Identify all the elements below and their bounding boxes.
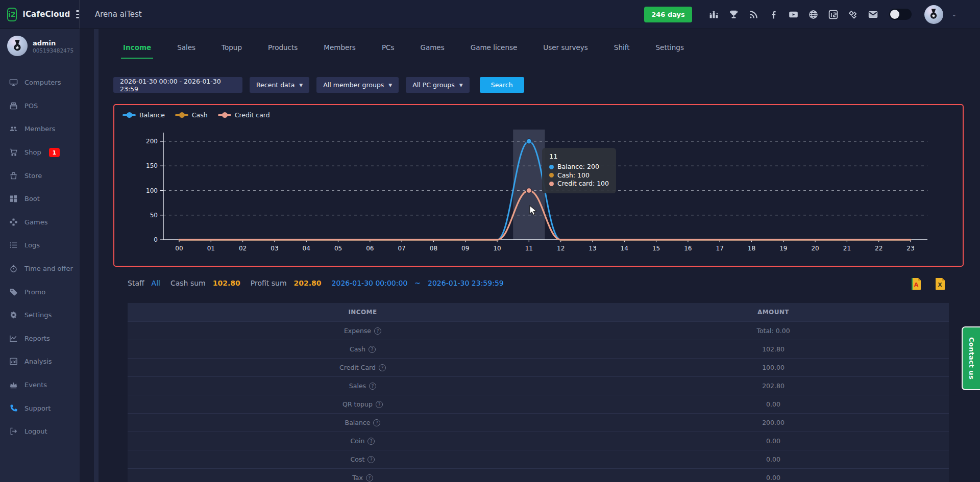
sidebar-user[interactable]: admin 005193482475	[0, 29, 80, 58]
sidebar-item[interactable]: Events	[0, 373, 80, 397]
layers-icon[interactable]	[847, 8, 860, 20]
icafecloud-icon[interactable]	[827, 8, 840, 20]
table-row[interactable]: QR topup ? 0.00	[128, 395, 949, 413]
staff-filter-link[interactable]: All	[152, 279, 160, 287]
sidebar-item-label: Shop	[24, 148, 41, 156]
help-icon[interactable]: ?	[379, 364, 386, 371]
user-avatar[interactable]	[924, 5, 943, 24]
export-pdf-icon[interactable]: A	[911, 277, 921, 292]
rss-icon[interactable]	[748, 8, 760, 20]
income-table: INCOME AMOUNT Expense ? Total: 0.00 Cash…	[128, 303, 949, 482]
row-amount: 0.00	[598, 450, 949, 468]
tab[interactable]: Game license	[469, 38, 520, 59]
pc-group-value: All PC groups	[412, 81, 455, 89]
scrollbar-track[interactable]	[94, 29, 99, 482]
tooltip-text: Credit card: 100	[557, 180, 609, 188]
search-button[interactable]: Search	[480, 77, 524, 93]
legend-item[interactable]: Balance	[122, 111, 165, 119]
sidebar-item[interactable]: Members	[0, 117, 80, 141]
legend-marker	[175, 113, 188, 117]
tab[interactable]: Settings	[654, 38, 686, 59]
income-line-chart[interactable]: 0501001502000001020304050607080910111213…	[114, 105, 963, 266]
sidebar-item-label: Members	[24, 125, 55, 133]
help-icon[interactable]: ?	[374, 327, 381, 335]
facebook-icon[interactable]	[768, 8, 780, 20]
svg-text:50: 50	[150, 212, 158, 219]
table-row[interactable]: Expense ? Total: 0.00	[128, 321, 949, 340]
tab[interactable]: User surveys	[541, 38, 590, 59]
tooltip-title: 11	[549, 153, 609, 160]
table-row[interactable]: Tax ? 0.00	[128, 468, 949, 482]
help-icon[interactable]: ?	[366, 474, 373, 481]
sidebar-item[interactable]: Logout	[0, 420, 80, 443]
table-row[interactable]: Coin ? 0.00	[128, 432, 949, 450]
tab[interactable]: Topup	[219, 38, 244, 59]
legend-label: Credit card	[235, 111, 270, 119]
hamburger-menu-icon[interactable]	[76, 10, 79, 18]
sidebar-item[interactable]: Support	[0, 396, 80, 420]
help-icon[interactable]: ?	[368, 456, 375, 463]
sidebar-item[interactable]: Boot	[0, 187, 80, 211]
tab[interactable]: PCs	[380, 38, 397, 59]
ranking-icon[interactable]	[708, 8, 720, 20]
tab[interactable]: Games	[418, 38, 446, 59]
contact-us-button[interactable]: Contact us	[962, 326, 980, 390]
help-icon[interactable]: ?	[369, 346, 376, 353]
youtube-icon[interactable]	[788, 8, 800, 20]
income-chart-panel: Balance Cash Credit card	[113, 104, 964, 267]
sidebar-item-label: Time and offer	[24, 265, 73, 272]
tab[interactable]: Shift	[612, 38, 632, 59]
table-row[interactable]: Cost ? 0.00	[128, 450, 949, 468]
sidebar-item[interactable]: Store	[0, 164, 80, 187]
period-separator: ~	[414, 279, 421, 287]
export-excel-icon[interactable]: X	[935, 277, 945, 292]
legend-item[interactable]: Cash	[175, 111, 208, 119]
sidebar-item[interactable]: Computers	[0, 71, 80, 94]
sidebar-item[interactable]: Shop 1	[0, 141, 80, 164]
sidebar-menu: Computers POS Members Shop 1	[0, 71, 80, 443]
tab[interactable]: Sales	[175, 38, 198, 59]
period-start[interactable]: 2026-01-30 00:00:00	[332, 279, 408, 287]
table-row[interactable]: Cash ? 102.80	[128, 340, 949, 358]
pc-group-select[interactable]: All PC groups ▼	[406, 77, 469, 93]
legend-item[interactable]: Credit card	[218, 111, 270, 119]
member-group-select[interactable]: All member groups ▼	[316, 77, 399, 93]
globe-icon[interactable]	[807, 8, 820, 20]
help-icon[interactable]: ?	[376, 401, 383, 408]
svg-text:13: 13	[589, 245, 596, 252]
table-row[interactable]: Sales ? 202.80	[128, 376, 949, 395]
tab[interactable]: Products	[266, 38, 300, 59]
sidebar-item[interactable]: Time and offer	[0, 257, 80, 281]
topbar: i2 iCafeCloud Arena aiTest 246 days	[0, 0, 980, 29]
license-days-badge[interactable]: 246 days	[644, 7, 692, 22]
trophy-icon[interactable]	[728, 8, 740, 20]
table-row[interactable]: Balance ? 200.00	[128, 413, 949, 432]
sidebar: admin 005193482475 Computers POS Members	[0, 29, 80, 482]
row-amount: 0.00	[598, 432, 949, 450]
svg-text:19: 19	[779, 245, 787, 252]
data-select[interactable]: Recent data ▼	[250, 77, 309, 93]
sidebar-item[interactable]: Reports	[0, 327, 80, 350]
logout-icon	[9, 427, 18, 436]
date-range-input[interactable]: 2026-01-30 00:00 - 2026-01-30 23:59	[113, 77, 242, 93]
mail-icon[interactable]	[867, 8, 879, 20]
sidebar-item[interactable]: POS	[0, 94, 80, 118]
sidebar-item[interactable]: Analysis	[0, 350, 80, 373]
svg-text:21: 21	[843, 245, 851, 252]
tab[interactable]: Members	[322, 38, 358, 59]
period-end[interactable]: 2026-01-30 23:59:59	[428, 279, 504, 287]
sidebar-item[interactable]: Promo	[0, 280, 80, 303]
svg-text:18: 18	[748, 245, 755, 252]
table-row[interactable]: Credit Card ? 100.00	[128, 358, 949, 376]
contact-us-label: Contact us	[968, 337, 975, 379]
help-icon[interactable]: ?	[369, 383, 376, 390]
sidebar-item[interactable]: Logs	[0, 234, 80, 257]
help-icon[interactable]: ?	[368, 438, 375, 445]
help-icon[interactable]: ?	[373, 419, 380, 426]
tab[interactable]: Income	[121, 38, 153, 59]
sidebar-item[interactable]: Settings	[0, 303, 80, 327]
theme-toggle[interactable]	[889, 9, 912, 20]
chevron-down-icon[interactable]: ⌄	[952, 11, 957, 18]
sidebar-item[interactable]: Games	[0, 211, 80, 234]
legend-label: Cash	[192, 111, 208, 119]
